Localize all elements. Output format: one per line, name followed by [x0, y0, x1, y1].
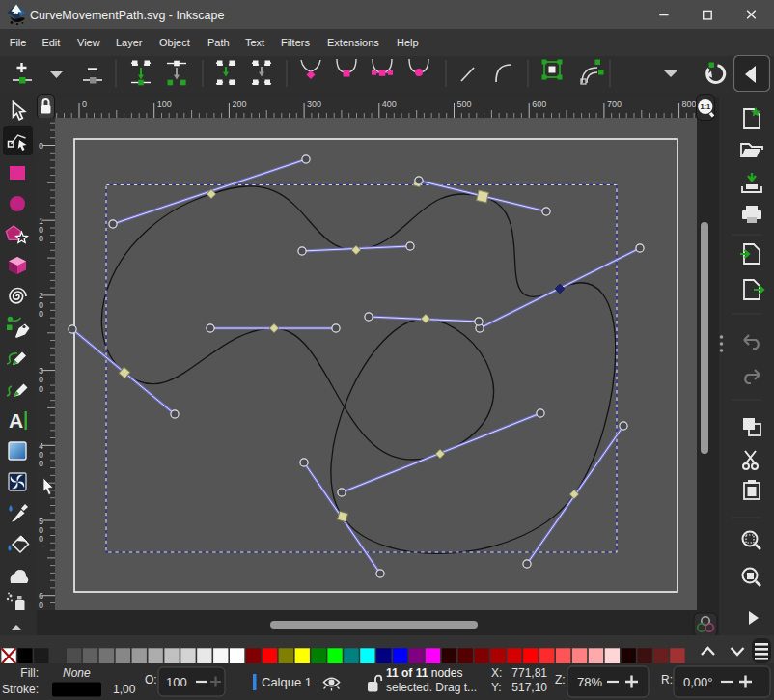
svg-text:400: 400 — [382, 99, 397, 109]
svg-text:800: 800 — [682, 99, 697, 109]
svg-text:700: 700 — [607, 99, 622, 109]
svg-text:None: None — [63, 666, 91, 680]
svg-text:R:: R: — [661, 673, 673, 686]
svg-text:Calque 1: Calque 1 — [262, 675, 312, 689]
svg-text:200: 200 — [232, 99, 246, 109]
svg-text:0: 0 — [39, 309, 43, 319]
svg-text:Stroke:: Stroke: — [2, 683, 39, 696]
svg-text:Z:: Z: — [555, 673, 566, 686]
svg-text:0: 0 — [39, 234, 43, 243]
svg-text:Fill:: Fill: — [20, 666, 39, 680]
svg-text:78%: 78% — [577, 675, 602, 689]
svg-text:11 of 11 nodes: 11 of 11 nodes — [386, 666, 462, 680]
svg-text:X:: X: — [491, 666, 502, 680]
svg-text:500: 500 — [457, 99, 472, 109]
svg-text:0: 0 — [39, 141, 43, 151]
svg-text:600: 600 — [532, 99, 546, 109]
svg-text:0: 0 — [39, 534, 43, 544]
svg-text:771,81: 771,81 — [511, 666, 547, 680]
svg-text:selected. Drag t...: selected. Drag t... — [386, 681, 477, 694]
svg-text:0: 0 — [39, 384, 43, 394]
svg-text:0: 0 — [82, 99, 87, 109]
svg-text:300: 300 — [307, 99, 321, 109]
svg-text:O:: O: — [145, 673, 157, 686]
svg-text:Y:: Y: — [491, 681, 502, 694]
svg-text:100: 100 — [166, 675, 187, 689]
svg-text:100: 100 — [157, 99, 172, 109]
svg-text:A: A — [9, 409, 23, 432]
svg-text:0: 0 — [39, 459, 43, 468]
svg-text:517,10: 517,10 — [511, 681, 547, 694]
svg-text:1,00: 1,00 — [113, 683, 136, 696]
svg-text:0,00°: 0,00° — [683, 675, 713, 689]
svg-text:1:1: 1:1 — [700, 102, 710, 111]
